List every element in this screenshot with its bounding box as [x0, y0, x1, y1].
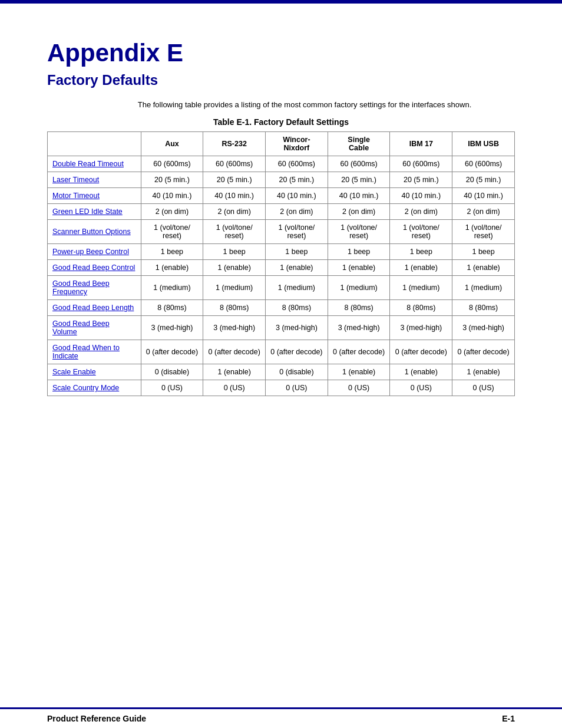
- row-label[interactable]: Green LED Idle State: [48, 204, 141, 220]
- row-value: 20 (5 min.): [141, 172, 203, 188]
- row-label[interactable]: Good Read When to Indicate: [48, 340, 141, 364]
- row-value: 1 (enable): [266, 260, 328, 276]
- row-value: 20 (5 min.): [266, 172, 328, 188]
- row-label[interactable]: Good Read Beep Frequency: [48, 276, 141, 300]
- row-value: 0 (US): [203, 380, 266, 396]
- col-header-aux: Aux: [141, 132, 203, 156]
- row-value: 20 (5 min.): [203, 172, 266, 188]
- row-value: 3 (med-high): [390, 316, 452, 340]
- row-label[interactable]: Double Read Timeout: [48, 156, 141, 172]
- row-value: 2 (on dim): [452, 204, 515, 220]
- row-value: 40 (10 min.): [452, 188, 515, 204]
- table-row: Power-up Beep Control1 beep1 beep1 beep1…: [48, 244, 515, 260]
- row-value: 1 (vol/tone/ reset): [266, 220, 328, 244]
- table-header-row: Aux RS-232 Wincor-Nixdorf SingleCable IB…: [48, 132, 515, 156]
- row-value: 1 (enable): [328, 364, 390, 380]
- row-value: 8 (80ms): [390, 300, 452, 316]
- table-row: Good Read Beep Frequency1 (medium)1 (med…: [48, 276, 515, 300]
- row-value: 40 (10 min.): [141, 188, 203, 204]
- col-header-wincor: Wincor-Nixdorf: [266, 132, 328, 156]
- row-value: 1 (enable): [203, 364, 266, 380]
- row-value: 60 (600ms): [452, 156, 515, 172]
- row-value: 40 (10 min.): [266, 188, 328, 204]
- col-header-ibmusb: IBM USB: [452, 132, 515, 156]
- row-value: 3 (med-high): [328, 316, 390, 340]
- row-value: 8 (80ms): [452, 300, 515, 316]
- row-value: 3 (med-high): [266, 316, 328, 340]
- section-title: Factory Defaults: [47, 72, 515, 88]
- row-value: 0 (disable): [266, 364, 328, 380]
- row-value: 1 (vol/tone/ reset): [390, 220, 452, 244]
- row-label[interactable]: Scale Country Mode: [48, 380, 141, 396]
- row-value: 0 (after decode): [390, 340, 452, 364]
- row-label[interactable]: Good Read Beep Length: [48, 300, 141, 316]
- row-value: 1 (vol/tone/ reset): [203, 220, 266, 244]
- row-value: 1 (vol/tone/ reset): [141, 220, 203, 244]
- row-value: 1 (enable): [328, 260, 390, 276]
- row-value: 1 beep: [203, 244, 266, 260]
- row-value: 1 (vol/tone/ reset): [452, 220, 515, 244]
- table-row: Scanner Button Options1 (vol/tone/ reset…: [48, 220, 515, 244]
- table-row: Good Read Beep Length8 (80ms)8 (80ms)8 (…: [48, 300, 515, 316]
- table-row: Motor Timeout40 (10 min.)40 (10 min.)40 …: [48, 188, 515, 204]
- row-value: 8 (80ms): [328, 300, 390, 316]
- table-row: Green LED Idle State2 (on dim)2 (on dim)…: [48, 204, 515, 220]
- row-label[interactable]: Scale Enable: [48, 364, 141, 380]
- footer: Product Reference Guide E-1: [0, 707, 562, 728]
- table-row: Good Read Beep Volume3 (med-high)3 (med-…: [48, 316, 515, 340]
- row-value: 1 (enable): [141, 260, 203, 276]
- row-value: 0 (disable): [141, 364, 203, 380]
- row-value: 1 (medium): [452, 276, 515, 300]
- row-value: 60 (600ms): [203, 156, 266, 172]
- row-value: 2 (on dim): [141, 204, 203, 220]
- intro-text: The following table provides a listing o…: [94, 100, 515, 109]
- row-label[interactable]: Good Read Beep Volume: [48, 316, 141, 340]
- row-value: 40 (10 min.): [328, 188, 390, 204]
- table-row: Good Read When to Indicate0 (after decod…: [48, 340, 515, 364]
- row-value: 8 (80ms): [266, 300, 328, 316]
- row-value: 1 (enable): [452, 260, 515, 276]
- row-value: 8 (80ms): [203, 300, 266, 316]
- table-title: Table E-1. Factory Default Settings: [47, 117, 515, 127]
- row-value: 0 (US): [328, 380, 390, 396]
- row-value: 0 (US): [266, 380, 328, 396]
- row-value: 60 (600ms): [141, 156, 203, 172]
- table-row: Scale Country Mode0 (US)0 (US)0 (US)0 (U…: [48, 380, 515, 396]
- row-value: 2 (on dim): [266, 204, 328, 220]
- row-value: 60 (600ms): [390, 156, 452, 172]
- row-value: 1 beep: [141, 244, 203, 260]
- row-value: 0 (after decode): [141, 340, 203, 364]
- row-value: 3 (med-high): [203, 316, 266, 340]
- row-label[interactable]: Scanner Button Options: [48, 220, 141, 244]
- col-header-ibm17: IBM 17: [390, 132, 452, 156]
- row-value: 1 beep: [266, 244, 328, 260]
- row-value: 1 (medium): [203, 276, 266, 300]
- row-value: 20 (5 min.): [452, 172, 515, 188]
- row-value: 0 (after decode): [452, 340, 515, 364]
- row-value: 2 (on dim): [203, 204, 266, 220]
- footer-right: E-1: [502, 714, 515, 723]
- appendix-title: Appendix E: [47, 39, 515, 67]
- row-value: 40 (10 min.): [203, 188, 266, 204]
- row-label[interactable]: Good Read Beep Control: [48, 260, 141, 276]
- col-header-single: SingleCable: [328, 132, 390, 156]
- row-value: 1 (medium): [328, 276, 390, 300]
- row-label[interactable]: Motor Timeout: [48, 188, 141, 204]
- row-value: 2 (on dim): [328, 204, 390, 220]
- col-header-feature: [48, 132, 141, 156]
- row-value: 0 (after decode): [203, 340, 266, 364]
- row-value: 1 (enable): [390, 364, 452, 380]
- page: Appendix E Factory Defaults The followin…: [0, 0, 562, 728]
- row-value: 0 (US): [390, 380, 452, 396]
- table-row: Laser Timeout20 (5 min.)20 (5 min.)20 (5…: [48, 172, 515, 188]
- row-value: 1 (medium): [141, 276, 203, 300]
- row-value: 20 (5 min.): [328, 172, 390, 188]
- row-value: 1 (enable): [452, 364, 515, 380]
- row-value: 3 (med-high): [452, 316, 515, 340]
- row-value: 1 beep: [328, 244, 390, 260]
- row-label[interactable]: Laser Timeout: [48, 172, 141, 188]
- row-value: 20 (5 min.): [390, 172, 452, 188]
- row-value: 1 beep: [452, 244, 515, 260]
- row-label[interactable]: Power-up Beep Control: [48, 244, 141, 260]
- row-value: 1 (medium): [266, 276, 328, 300]
